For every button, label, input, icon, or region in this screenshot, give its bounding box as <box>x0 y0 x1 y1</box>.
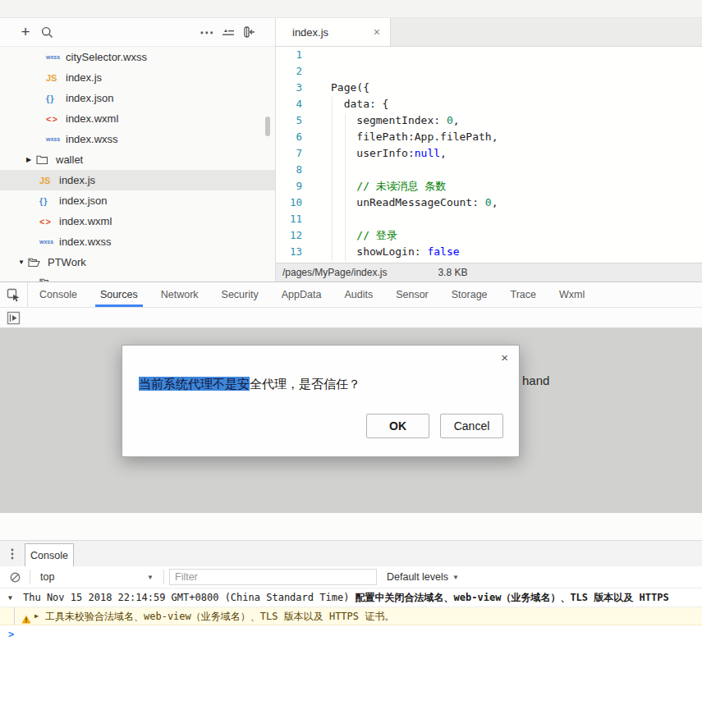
tree-folder-PTWork[interactable]: ▼PTWork <box>0 252 275 272</box>
console-tab[interactable]: Console <box>25 543 74 566</box>
ok-button[interactable]: OK <box>366 414 429 438</box>
context-selector-value: top <box>40 571 54 583</box>
warning-message: 工具未校验合法域名、web-view（业务域名）、TLS 版本以及 HTTPS … <box>45 611 394 622</box>
code-editor[interactable]: 123Page({4 data: {5 segmentIndex: 0,6 fi… <box>276 47 702 263</box>
tree-file-index-wxss[interactable]: wxssindex.wxss <box>0 129 275 149</box>
line-number: 2 <box>276 63 309 80</box>
add-file-icon[interactable]: + <box>15 23 36 41</box>
wechat-devtools-window: + ⋯ wxsscitySelector.wxssJSindex.js{}ind… <box>0 0 702 728</box>
indent-guide <box>332 97 333 261</box>
folder-icon <box>36 155 56 165</box>
tree-file-index-js[interactable]: JSindex.js <box>0 67 275 88</box>
code-line-5: 5 segmentIndex: 0, <box>276 112 702 129</box>
chevron-down-icon: ▼ <box>452 574 459 581</box>
file-size: 3.8 KB <box>438 267 467 278</box>
console-tab-label: Console <box>30 550 68 561</box>
dialog-close-icon[interactable]: × <box>501 350 508 364</box>
collapsed-arrow-icon[interactable]: ▶ <box>26 156 36 163</box>
clear-console-icon[interactable] <box>0 572 30 583</box>
tree-item-label: index.json <box>66 92 114 104</box>
inspect-element-icon[interactable] <box>0 282 28 307</box>
code-line-1: 1 <box>276 47 702 63</box>
code-line-4: 4 data: { <box>276 96 702 112</box>
line-number: 11 <box>276 211 309 227</box>
code-line-7: 7 userInfo:null, <box>276 145 702 162</box>
line-number: 10 <box>276 195 309 211</box>
tab-sensor[interactable]: Sensor <box>384 282 440 307</box>
console-prompt[interactable]: > <box>0 625 702 644</box>
close-tab-icon[interactable]: × <box>374 25 380 39</box>
expanded-arrow-icon[interactable]: ▼ <box>8 588 12 607</box>
indent-guide <box>345 113 346 261</box>
line-number: 5 <box>276 112 309 129</box>
window-titlebar-strip <box>0 0 702 18</box>
tab-sources[interactable]: Sources <box>89 282 149 307</box>
editor-column: index.js × 123Page({4 data: {5 segmentIn… <box>275 18 702 282</box>
wxml-icon: <> <box>39 217 59 227</box>
scroll-to-top-icon[interactable] <box>218 23 239 41</box>
line-number: 13 <box>276 244 309 260</box>
context-selector[interactable]: top ▼ <box>30 571 163 583</box>
tab-trace[interactable]: Trace <box>499 282 548 307</box>
js-icon: JS <box>39 176 59 185</box>
tab-network[interactable]: Network <box>149 282 210 307</box>
tree-file-index-wxml[interactable]: <>index.wxml <box>0 211 275 231</box>
code-line-8: 8 <box>276 162 702 178</box>
tree-file-index-js[interactable]: JSindex.js <box>0 170 275 190</box>
log-message: 配置中关闭合法域名、web-view（业务域名）、TLS 版本以及 HTTPS <box>356 592 669 603</box>
console-log-entry[interactable]: ▼Thu Nov 15 2018 22:14:59 GMT+0800 (Chin… <box>0 588 702 607</box>
wxml-icon: <> <box>46 114 66 124</box>
stage-bottom-gap <box>0 513 702 540</box>
search-icon[interactable] <box>36 23 57 41</box>
line-number: 8 <box>276 162 309 178</box>
tab-wxml[interactable]: Wxml <box>548 282 596 307</box>
console-warning-entry[interactable]: ▶ 工具未校验合法域名、web-view（业务域名）、TLS 版本以及 HTTP… <box>0 607 702 625</box>
tree-item-label: index.wxml <box>59 215 112 227</box>
tree-folder-partial[interactable] <box>0 272 275 282</box>
line-number: 7 <box>276 145 309 162</box>
tree-file-index-wxml[interactable]: <>index.wxml <box>0 108 275 129</box>
folder-open-icon <box>28 258 48 268</box>
file-tree: wxsscitySelector.wxssJSindex.js{}index.j… <box>0 47 275 282</box>
filter-input[interactable] <box>169 569 377 585</box>
expanded-arrow-icon[interactable]: ▼ <box>18 259 28 266</box>
tree-file-index-json[interactable]: {}index.json <box>0 88 275 108</box>
prompt-chevron: > <box>8 629 14 640</box>
code-line-6: 6 filePath:App.filePath, <box>276 129 702 145</box>
file-explorer-toolbar: + ⋯ <box>0 18 275 47</box>
folder-open-icon <box>39 278 59 282</box>
kebab-menu-icon[interactable] <box>0 541 25 566</box>
tab-audits[interactable]: Audits <box>333 282 384 307</box>
tree-item-label: citySelector.wxss <box>66 51 147 63</box>
collapse-sidebar-icon[interactable] <box>239 23 260 41</box>
line-number: 9 <box>276 178 309 195</box>
log-levels-selector[interactable]: Default levels ▼ <box>387 571 459 583</box>
show-drawer-icon[interactable] <box>7 311 21 325</box>
tree-file-index-wxss[interactable]: wxssindex.wxss <box>0 231 275 252</box>
tree-folder-wallet[interactable]: ▶wallet <box>0 149 275 170</box>
stage-partial-text: hand <box>522 373 549 387</box>
console-drawer: Console top ▼ Default levels ▼ ▼Thu Nov … <box>0 540 702 728</box>
tree-file-citySelector-wxss[interactable]: wxsscitySelector.wxss <box>0 47 275 67</box>
tree-file-index-json[interactable]: {}index.json <box>0 190 275 211</box>
collapsed-arrow-icon[interactable]: ▶ <box>34 607 39 625</box>
tab-appdata[interactable]: AppData <box>270 282 333 307</box>
line-number: 6 <box>276 129 309 145</box>
line-number: 1 <box>276 47 309 63</box>
code-line-13: 13 showLogin: false <box>276 244 702 260</box>
sources-panel: + ⋯ wxsscitySelector.wxssJSindex.js{}ind… <box>0 18 702 282</box>
warning-icon <box>21 611 31 625</box>
tab-storage[interactable]: Storage <box>440 282 499 307</box>
tree-scrollbar[interactable] <box>265 117 270 136</box>
editor-tab-indexjs[interactable]: index.js × <box>276 18 391 46</box>
more-options-icon[interactable]: ⋯ <box>196 23 218 41</box>
tab-security[interactable]: Security <box>210 282 270 307</box>
code-line-10: 10 unReadMessageCount: 0, <box>276 195 702 211</box>
editor-status-bar: /pages/MyPage/index.js 3.8 KB <box>276 263 702 282</box>
line-number: 12 <box>276 227 309 244</box>
wxss-icon: wxss <box>39 239 59 245</box>
tab-console[interactable]: Console <box>28 282 89 307</box>
cancel-button[interactable]: Cancel <box>440 414 503 438</box>
console-tab-row: Console <box>0 540 702 566</box>
group-indent-guide <box>14 607 15 625</box>
